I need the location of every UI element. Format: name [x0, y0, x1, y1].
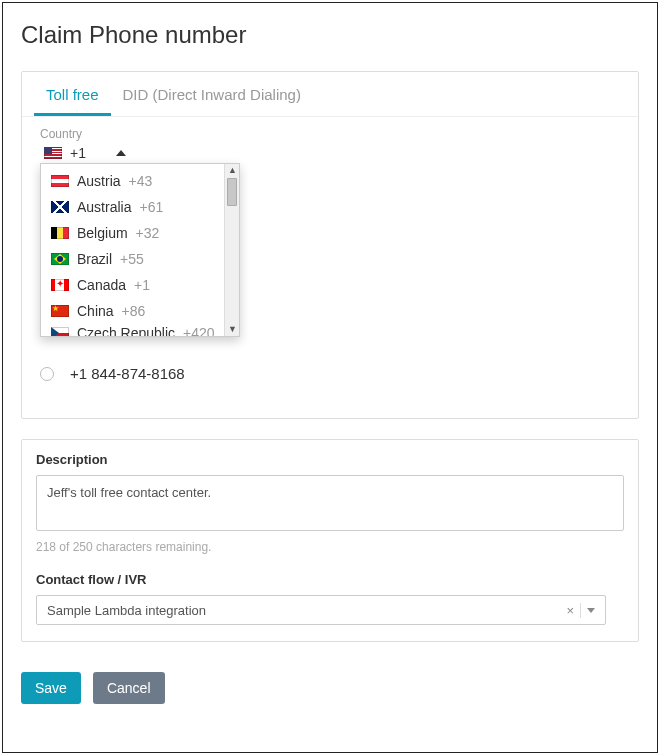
contact-flow-section: Contact flow / IVR Sample Lambda integra… [36, 572, 606, 625]
flag-icon [51, 327, 69, 336]
contact-flow-label: Contact flow / IVR [36, 572, 606, 587]
country-dropdown-list[interactable]: Austria +43 Australia +61 Belgium +32 [41, 164, 239, 336]
caret-down-icon [587, 608, 595, 613]
phone-panel: Toll free DID (Direct Inward Dialing) Co… [21, 71, 639, 419]
country-option-belgium[interactable]: Belgium +32 [41, 220, 239, 246]
country-label: Country [40, 127, 620, 141]
country-option-code: +43 [129, 173, 153, 189]
scroll-down-icon[interactable]: ▼ [228, 325, 237, 334]
country-option-code: +1 [134, 277, 150, 293]
flag-icon [51, 227, 69, 239]
country-option-name: Czech Republic [77, 325, 175, 336]
cancel-button[interactable]: Cancel [93, 672, 165, 704]
country-option-name: Australia [77, 199, 131, 215]
description-input[interactable] [36, 475, 624, 531]
contact-flow-value: Sample Lambda integration [47, 603, 560, 618]
country-section: Country +1 Austria +43 Australia [22, 117, 638, 167]
dropdown-scrollbar[interactable]: ▲ ▼ [224, 164, 239, 336]
phone-row[interactable]: +1 844-874-8168 [40, 359, 620, 388]
caret-up-icon [116, 150, 126, 156]
flag-icon [44, 147, 62, 159]
country-select[interactable]: +1 [40, 143, 130, 163]
country-option-china[interactable]: China +86 [41, 298, 239, 324]
country-option-name: China [77, 303, 114, 319]
country-option-canada[interactable]: Canada +1 [41, 272, 239, 298]
action-buttons: Save Cancel [21, 672, 639, 704]
flag-icon [51, 305, 69, 317]
save-button[interactable]: Save [21, 672, 81, 704]
country-option-code: +86 [122, 303, 146, 319]
country-option-name: Brazil [77, 251, 112, 267]
scroll-thumb[interactable] [227, 178, 237, 206]
phone-number: +1 844-874-8168 [70, 365, 185, 382]
country-option-code: +32 [136, 225, 160, 241]
page-title: Claim Phone number [21, 21, 639, 49]
flag-icon [51, 253, 69, 265]
clear-icon[interactable]: × [560, 603, 581, 618]
contact-flow-select[interactable]: Sample Lambda integration × [36, 595, 606, 625]
flag-icon [51, 201, 69, 213]
country-option-czech-republic[interactable]: Czech Republic +420 [41, 324, 239, 336]
radio-icon[interactable] [40, 367, 54, 381]
country-option-brazil[interactable]: Brazil +55 [41, 246, 239, 272]
tabs: Toll free DID (Direct Inward Dialing) [22, 72, 638, 117]
flag-icon [51, 279, 69, 291]
country-selected-code: +1 [70, 145, 86, 161]
flag-icon [51, 175, 69, 187]
description-panel: Description 218 of 250 characters remain… [21, 439, 639, 642]
phone-number-list: +1 844-874-8168 [22, 359, 638, 418]
country-option-code: +61 [139, 199, 163, 215]
country-option-austria[interactable]: Austria +43 [41, 168, 239, 194]
country-option-code: +420 [183, 325, 215, 336]
char-remaining: 218 of 250 characters remaining. [36, 540, 624, 554]
country-dropdown: Austria +43 Australia +61 Belgium +32 [40, 163, 240, 337]
country-option-name: Canada [77, 277, 126, 293]
country-option-australia[interactable]: Australia +61 [41, 194, 239, 220]
tab-toll-free[interactable]: Toll free [34, 72, 111, 116]
tab-did[interactable]: DID (Direct Inward Dialing) [111, 72, 313, 116]
country-option-name: Austria [77, 173, 121, 189]
scroll-up-icon[interactable]: ▲ [228, 166, 237, 175]
country-option-code: +55 [120, 251, 144, 267]
description-label: Description [36, 452, 624, 467]
country-option-name: Belgium [77, 225, 128, 241]
